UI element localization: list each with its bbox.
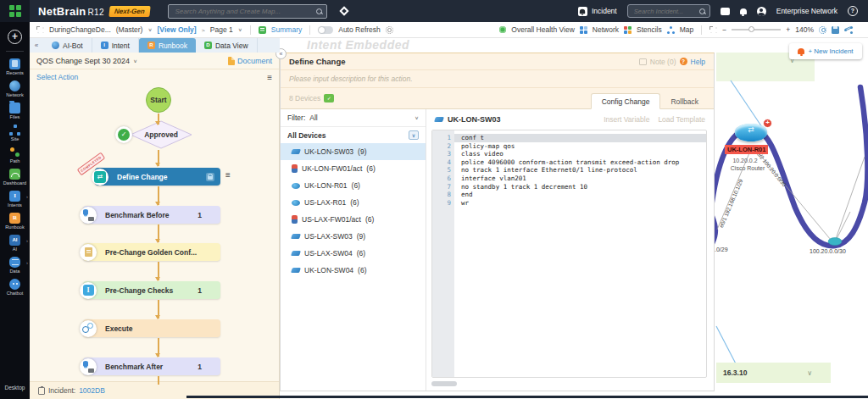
config-editor[interactable]: 123456789 conf tpolicy-map qosclass vide…: [431, 130, 707, 378]
sidebar-item-path[interactable]: Path: [0, 147, 30, 164]
description-field[interactable]: Please input description for this action…: [281, 70, 714, 88]
network-button[interactable]: Network: [593, 25, 619, 34]
device-row-uk-lon-sw03[interactable]: UK-LON-SW03(9): [281, 143, 426, 160]
router-device-icon[interactable]: [735, 124, 767, 141]
load-template-button[interactable]: Load Template: [658, 115, 705, 124]
editor-scrollbar[interactable]: [431, 380, 707, 387]
runbook-title[interactable]: QOS Change Sept 30 2024: [36, 57, 130, 65]
sidebar-item-network[interactable]: Network: [0, 80, 30, 98]
map-title-chevron-icon[interactable]: ∨: [147, 27, 152, 32]
page-chevron-icon[interactable]: ∨: [238, 27, 242, 32]
map-data-panel-bottom[interactable]: 16.3.10 ∨: [716, 363, 831, 383]
node-menu-icon[interactable]: ≡: [225, 170, 231, 180]
select-action-link[interactable]: Select Action: [36, 73, 78, 81]
flow-node-pre-change-checks[interactable]: Pre-Change Checks1: [83, 281, 220, 299]
global-search[interactable]: [168, 4, 327, 19]
note-button[interactable]: Note (0): [650, 58, 676, 66]
chat-icon[interactable]: [721, 8, 730, 15]
flow-node-benchmark-after[interactable]: Benchmark After1: [83, 357, 220, 375]
flow-node-define-change[interactable]: Define Change: [95, 168, 220, 186]
flow-node-pre-change-golden-conf[interactable]: Pre-Change Golden Conf...: [83, 243, 220, 261]
incident-button[interactable]: Incident: [578, 7, 617, 16]
expand-icon[interactable]: [36, 26, 44, 34]
incident-id-link[interactable]: 1002DB: [79, 386, 105, 395]
note-icon[interactable]: [639, 58, 647, 65]
router-name-label[interactable]: UK-LON-R01: [725, 145, 768, 154]
devices-dropdown-icon[interactable]: ✓: [324, 94, 334, 103]
tab-config-change[interactable]: Config Change: [591, 93, 661, 109]
sidebar-item-recents[interactable]: Recents: [0, 58, 30, 76]
device-row-us-lax-sw03[interactable]: US-LAX-SW03(9): [281, 228, 426, 245]
fit-to-screen-icon[interactable]: [709, 26, 717, 34]
page-selector[interactable]: Page 1: [210, 25, 233, 34]
insert-variable-button[interactable]: Insert Variable: [604, 115, 649, 124]
account-name[interactable]: Enterprise Network: [776, 7, 837, 15]
filter-value[interactable]: All: [309, 114, 317, 122]
sidebar-item-site[interactable]: Site: [0, 125, 30, 142]
media-node[interactable]: [828, 238, 842, 246]
global-search-input[interactable]: [173, 7, 316, 16]
incident-search[interactable]: [627, 4, 710, 18]
alert-badge-icon[interactable]: +: [763, 119, 772, 128]
device-row-uk-lon-r01[interactable]: UK-LON-R01(6): [281, 177, 426, 194]
app-launcher-button[interactable]: [0, 0, 30, 22]
flow-node-execute[interactable]: Execute: [83, 319, 220, 337]
runbook-title-chevron-icon[interactable]: ∨: [133, 58, 137, 63]
incident-search-input[interactable]: [632, 7, 699, 16]
flow-node-start[interactable]: Start: [146, 87, 171, 113]
tab-intent[interactable]: IIntent: [92, 38, 139, 53]
panel-chevron-icon[interactable]: ∨: [807, 369, 812, 377]
collapse-tabs-icon[interactable]: «: [30, 38, 43, 53]
stencils-button[interactable]: Stencils: [637, 25, 662, 34]
map-settings-icon[interactable]: [819, 26, 826, 34]
sidebar-item-files[interactable]: Files: [0, 103, 30, 120]
device-row-us-lax-fw01-act[interactable]: US-LAX-FW01/act(6): [281, 211, 426, 228]
new-incident-button[interactable]: + New Incident: [789, 43, 862, 59]
sidebar-item-chatbot[interactable]: Chatbot: [0, 279, 30, 296]
device-row-us-lax-sw04[interactable]: US-LAX-SW04(6): [281, 245, 426, 262]
save-icon[interactable]: [832, 26, 839, 34]
document-button[interactable]: Document: [228, 57, 272, 65]
sidebar-item-dashboard[interactable]: Dashboard: [0, 169, 30, 186]
device-row-uk-lon-sw04[interactable]: UK-LON-SW04(6): [281, 262, 426, 279]
flow-node-approved[interactable]: Approved: [130, 120, 192, 149]
config-code[interactable]: conf tpolicy-map qosclass videopolice 40…: [454, 130, 706, 377]
summary-button[interactable]: Summary: [271, 25, 302, 34]
map-button[interactable]: Map: [680, 25, 694, 34]
switch-icon: [291, 268, 301, 273]
auto-refresh-settings-icon[interactable]: [386, 26, 393, 34]
tab-ai-bot[interactable]: AI-Bot: [43, 38, 92, 53]
tab-runbook[interactable]: RRunbook: [139, 38, 196, 53]
editor-scrollbar-thumb[interactable]: [431, 381, 457, 386]
zoom-slider[interactable]: [732, 29, 781, 30]
tab-data-view[interactable]: DData View: [196, 38, 258, 53]
device-row-us-lax-r01[interactable]: US-LAX-R01(6): [281, 194, 426, 211]
diamond-icon[interactable]: [340, 6, 349, 15]
sidebar-item-intents[interactable]: Intents›: [0, 191, 30, 208]
sidebar-item-data[interactable]: Data›: [0, 257, 30, 274]
notifications-bell-icon[interactable]: [740, 8, 747, 14]
sidebar-item-ai[interactable]: AI›: [0, 235, 30, 252]
auto-refresh-toggle[interactable]: [318, 26, 333, 34]
flow-node-benchmark-before[interactable]: Benchmark Before1: [83, 206, 220, 224]
zoom-level[interactable]: 140%: [795, 25, 814, 34]
all-devices-dropdown-icon[interactable]: ∨: [409, 130, 419, 140]
horizontal-scrollbar[interactable]: [186, 396, 868, 399]
share-icon[interactable]: [844, 26, 853, 34]
zoom-in-button[interactable]: +: [786, 25, 790, 34]
runbook-menu-icon[interactable]: ≡: [267, 73, 272, 82]
desktop-label[interactable]: Desktop: [5, 385, 25, 391]
overall-health-view-button[interactable]: Overall Health View: [511, 25, 575, 34]
network-map[interactable]: ∨ + UK-LON-R01 10.20.0.2 Cisco Router e0…: [715, 38, 868, 399]
sidebar-item-runbook[interactable]: Runbook: [0, 213, 30, 230]
add-new-button[interactable]: +: [8, 30, 22, 44]
zoom-out-button[interactable]: −: [722, 25, 726, 34]
device-row-uk-lon-fw01-act[interactable]: UK-LON-FW01/act(6): [281, 160, 426, 177]
zoom-slider-handle[interactable]: [748, 26, 754, 32]
tab-rollback[interactable]: Rollback: [660, 93, 709, 109]
help-icon[interactable]: ?: [848, 6, 858, 16]
map-title[interactable]: DuringChangeDe...: [49, 25, 111, 34]
filter-chevron-icon[interactable]: ∨: [415, 115, 419, 120]
user-avatar-icon[interactable]: [757, 7, 766, 16]
help-link[interactable]: Help: [691, 58, 705, 66]
